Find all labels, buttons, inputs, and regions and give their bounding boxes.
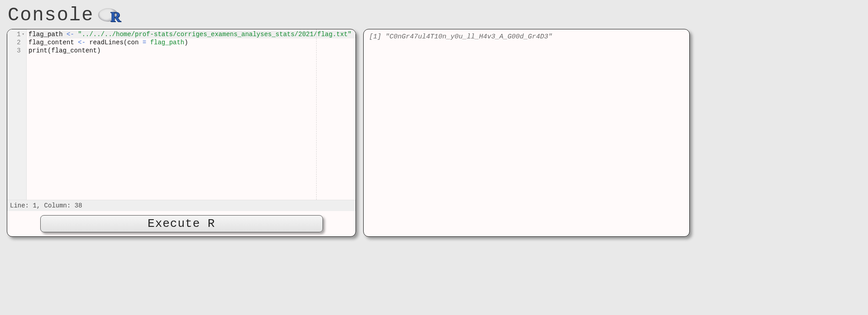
- code-token: flag_content: [28, 39, 74, 46]
- print-margin: [316, 29, 317, 200]
- code-token: =: [139, 39, 150, 46]
- button-row: Execute R: [7, 211, 356, 236]
- code-token: print: [28, 47, 47, 54]
- code-line[interactable]: print(flag_content): [28, 47, 356, 55]
- code-token: <-: [63, 31, 78, 38]
- output-panel: [1] "C0nGr47ul4T10n_y0u_ll_H4v3_A_G00d_G…: [363, 29, 690, 237]
- line-number: 2 ▾: [7, 38, 24, 47]
- line-number: 1 ▾: [7, 30, 24, 38]
- line-gutter: 1 ▾ 2 ▾ 3 ▾: [7, 29, 27, 200]
- main-columns: 1 ▾ 2 ▾ 3 ▾ flag_path <- "../../../home/…: [7, 29, 861, 237]
- console-output: [1] "C0nGr47ul4T10n_y0u_ll_H4v3_A_G00d_G…: [364, 29, 689, 44]
- r-logo-icon: R: [98, 7, 120, 24]
- execute-button[interactable]: Execute R: [40, 215, 323, 232]
- cursor-position: Line: 1, Column: 38: [10, 202, 82, 209]
- editor-panel: 1 ▾ 2 ▾ 3 ▾ flag_path <- "../../../home/…: [7, 29, 356, 237]
- code-area[interactable]: flag_path <- "../../../home/prof-stats/c…: [27, 29, 356, 200]
- page-title: Console: [8, 5, 94, 26]
- line-number-label: 3: [17, 47, 20, 55]
- status-bar: Line: 1, Column: 38: [7, 200, 356, 211]
- line-number: 3 ▾: [7, 47, 24, 55]
- fold-icon[interactable]: ▾: [22, 30, 24, 38]
- code-token: readLines: [89, 39, 123, 46]
- code-line[interactable]: flag_content <- readLines(con = flag_pat…: [28, 38, 356, 47]
- title-row: Console R: [8, 5, 861, 26]
- line-number-label: 1: [17, 30, 20, 38]
- code-token: flag_path: [28, 31, 63, 38]
- code-token: ): [97, 47, 100, 54]
- code-token: "../../../home/prof-stats/corriges_exame…: [78, 31, 351, 38]
- code-token: ): [185, 39, 188, 46]
- code-token: con: [127, 39, 138, 46]
- app-root: Console R 1 ▾ 2 ▾: [0, 0, 868, 315]
- line-number-label: 2: [17, 38, 20, 47]
- code-line[interactable]: flag_path <- "../../../home/prof-stats/c…: [28, 30, 356, 38]
- code-editor[interactable]: 1 ▾ 2 ▾ 3 ▾ flag_path <- "../../../home/…: [7, 29, 356, 200]
- code-token: flag_path: [150, 39, 185, 46]
- code-token: flag_content: [51, 47, 97, 54]
- code-token: <-: [74, 39, 90, 46]
